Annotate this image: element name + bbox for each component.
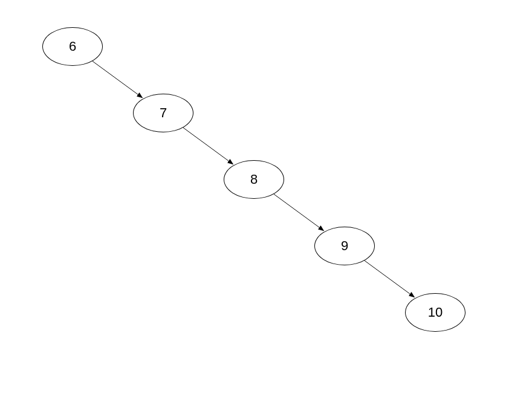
node-label: 6 [69,39,76,54]
graph-node-10: 10 [405,293,465,332]
node-label: 8 [250,172,258,187]
graph-node-6: 6 [42,27,103,66]
edge-node-9-to-node-10 [365,260,415,297]
node-label: 9 [341,238,348,254]
graph-node-8: 8 [224,160,284,199]
graph-node-9: 9 [314,227,375,265]
node-label: 7 [160,105,167,121]
edge-node-6-to-node-7 [92,61,143,98]
node-label: 10 [428,305,443,320]
edge-node-7-to-node-8 [183,128,233,164]
edge-node-8-to-node-9 [274,194,324,231]
graph-diagram: 678910 [0,0,532,414]
graph-node-7: 7 [133,94,193,132]
